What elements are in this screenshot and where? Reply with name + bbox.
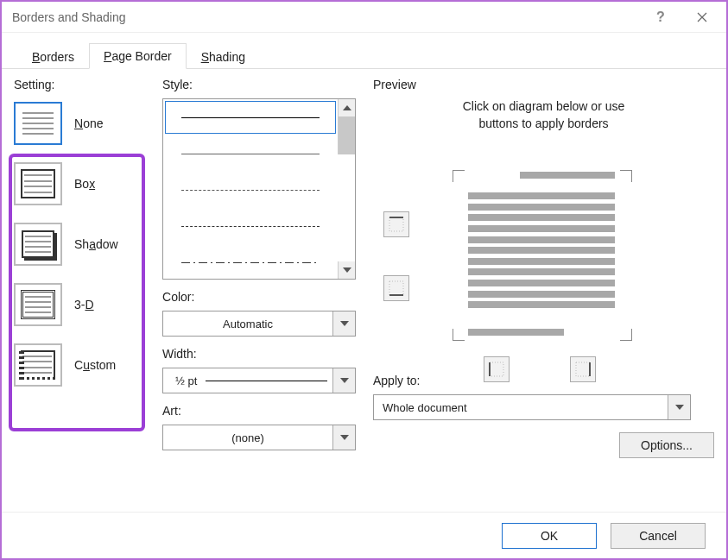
preview-hint: Click on diagram below or use buttons to… — [382, 98, 706, 132]
options-button[interactable]: Options... — [619, 432, 714, 458]
page-preview[interactable] — [468, 184, 615, 322]
tab-shading[interactable]: Shading — [187, 44, 260, 69]
setting-list: None Box Shadow — [14, 98, 152, 387]
setting-box-thumb — [14, 162, 62, 205]
apply-caret-icon — [668, 395, 690, 419]
apply-to-value: Whole document — [374, 401, 668, 414]
style-dash-small[interactable] — [163, 172, 338, 208]
art-label: Art: — [162, 404, 363, 418]
tab-page-border[interactable]: Page Border — [89, 43, 187, 69]
border-right-button[interactable] — [570, 356, 596, 382]
setting-label: Setting: — [14, 78, 152, 91]
setting-box[interactable]: Box — [14, 162, 152, 205]
cancel-button[interactable]: Cancel — [611, 523, 706, 549]
border-left-button[interactable] — [484, 356, 510, 382]
style-dashdot[interactable] — [163, 244, 338, 279]
width-caret-icon — [332, 368, 355, 393]
style-solid[interactable] — [163, 99, 338, 135]
setting-3d-label: 3-D — [74, 298, 94, 311]
setting-3d-thumb — [14, 283, 62, 326]
art-combo[interactable]: (none) — [162, 425, 356, 450]
border-top-button[interactable] — [383, 211, 409, 237]
svg-rect-6 — [576, 362, 590, 376]
setting-none[interactable]: None — [14, 102, 152, 145]
setting-none-thumb — [14, 102, 62, 145]
setting-shadow[interactable]: Shadow — [14, 223, 152, 266]
window-title: Borders and Shading — [12, 10, 126, 24]
color-caret-icon — [332, 311, 355, 336]
setting-none-label: None — [74, 116, 103, 130]
style-listbox[interactable] — [162, 98, 356, 280]
apply-to-group: Apply to: Whole document — [373, 374, 714, 420]
corner-mark-icon — [620, 329, 632, 341]
svg-rect-2 — [389, 281, 403, 295]
color-value: Automatic — [163, 318, 332, 330]
style-dash-medium[interactable] — [163, 208, 338, 244]
art-caret-icon — [332, 425, 355, 450]
width-preview-line — [197, 381, 332, 381]
style-label: Style: — [162, 78, 363, 91]
dialog-footer: OK Cancel — [2, 512, 726, 558]
corner-mark-icon — [453, 170, 465, 182]
border-bottom-button[interactable] — [383, 275, 409, 301]
style-scroll-down[interactable] — [338, 261, 355, 279]
setting-3d[interactable]: 3-D — [14, 283, 152, 326]
titlebar: Borders and Shading ? — [2, 2, 726, 33]
setting-box-label: Box — [74, 177, 95, 191]
corner-mark-icon — [453, 329, 465, 341]
setting-shadow-label: Shadow — [74, 237, 118, 251]
color-label: Color: — [162, 290, 363, 304]
preview-column: Preview Click on diagram below or use bu… — [373, 78, 714, 512]
svg-rect-0 — [389, 217, 403, 231]
preview-label: Preview — [373, 78, 714, 91]
help-button[interactable]: ? — [642, 4, 680, 30]
width-combo[interactable]: ½ pt — [162, 368, 356, 393]
color-combo[interactable]: Automatic — [162, 311, 356, 337]
setting-custom-label: Custom — [74, 358, 116, 372]
width-value: ½ pt — [163, 374, 197, 387]
apply-to-combo[interactable]: Whole document — [373, 394, 691, 420]
style-thin[interactable] — [163, 135, 338, 172]
preview-area — [373, 142, 714, 367]
ok-button[interactable]: OK — [502, 523, 597, 549]
setting-custom[interactable]: Custom — [14, 343, 152, 387]
width-label: Width: — [162, 347, 363, 361]
apply-to-label: Apply to: — [373, 374, 714, 387]
window-buttons: ? — [642, 4, 721, 30]
setting-custom-thumb — [14, 343, 62, 387]
close-button[interactable] — [683, 4, 721, 30]
corner-mark-icon — [620, 170, 632, 182]
dialog-borders-shading: Borders and Shading ? Borders Page Borde… — [0, 0, 728, 560]
dialog-content: Setting: None Box — [2, 69, 726, 512]
style-scroll-up[interactable] — [338, 99, 355, 116]
art-value: (none) — [163, 431, 332, 444]
tabs: Borders Page Border Shading — [2, 41, 726, 69]
style-column: Style: Color: — [162, 78, 363, 512]
svg-rect-4 — [490, 362, 503, 376]
setting-shadow-thumb — [14, 223, 62, 266]
tab-borders[interactable]: Borders — [17, 44, 89, 69]
preview-hint-line1: Click on diagram below or use — [382, 98, 706, 116]
setting-column: Setting: None Box — [14, 78, 152, 512]
preview-hint-line2: buttons to apply borders — [382, 116, 706, 133]
style-scroll-thumb[interactable] — [338, 116, 355, 154]
style-options — [163, 99, 338, 279]
